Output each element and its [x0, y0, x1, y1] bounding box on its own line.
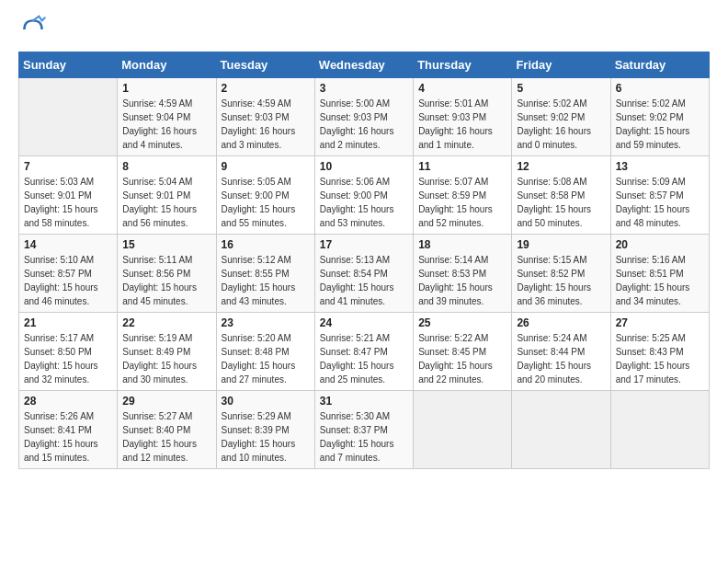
day-info: Sunrise: 5:12 AM Sunset: 8:55 PM Dayligh… — [222, 253, 310, 308]
calendar-table: SundayMondayTuesdayWednesdayThursdayFrid… — [18, 52, 710, 469]
day-info: Sunrise: 5:03 AM Sunset: 9:01 PM Dayligh… — [24, 175, 112, 230]
day-info: Sunrise: 5:16 AM Sunset: 8:51 PM Dayligh… — [616, 253, 704, 308]
calendar-week-3: 14Sunrise: 5:10 AM Sunset: 8:57 PM Dayli… — [19, 235, 710, 313]
calendar-cell: 14Sunrise: 5:10 AM Sunset: 8:57 PM Dayli… — [19, 235, 118, 313]
day-number: 3 — [320, 82, 408, 95]
header — [18, 15, 710, 44]
day-info: Sunrise: 5:25 AM Sunset: 8:43 PM Dayligh… — [616, 331, 704, 386]
calendar-week-2: 7Sunrise: 5:03 AM Sunset: 9:01 PM Daylig… — [19, 156, 710, 235]
day-info: Sunrise: 4:59 AM Sunset: 9:03 PM Dayligh… — [222, 97, 310, 152]
calendar-cell — [512, 391, 610, 469]
calendar-cell: 4Sunrise: 5:01 AM Sunset: 9:03 PM Daylig… — [414, 78, 512, 156]
calendar-cell: 18Sunrise: 5:14 AM Sunset: 8:53 PM Dayli… — [414, 235, 512, 313]
calendar-cell: 1Sunrise: 4:59 AM Sunset: 9:04 PM Daylig… — [118, 78, 216, 156]
day-number: 28 — [24, 395, 112, 408]
page-container: SundayMondayTuesdayWednesdayThursdayFrid… — [0, 0, 728, 484]
calendar-cell — [610, 391, 709, 469]
calendar-cell: 8Sunrise: 5:04 AM Sunset: 9:01 PM Daylig… — [118, 156, 216, 235]
day-number: 18 — [418, 238, 506, 251]
day-number: 30 — [222, 395, 310, 408]
day-info: Sunrise: 5:09 AM Sunset: 8:57 PM Dayligh… — [616, 175, 704, 230]
day-info: Sunrise: 5:26 AM Sunset: 8:41 PM Dayligh… — [24, 409, 112, 465]
day-info: Sunrise: 5:27 AM Sunset: 8:40 PM Dayligh… — [122, 409, 210, 465]
calendar-cell: 30Sunrise: 5:29 AM Sunset: 8:39 PM Dayli… — [216, 391, 314, 469]
day-number: 1 — [122, 82, 210, 95]
day-number: 10 — [320, 160, 408, 173]
day-number: 29 — [122, 395, 210, 408]
day-info: Sunrise: 5:07 AM Sunset: 8:59 PM Dayligh… — [418, 175, 506, 230]
calendar-cell: 11Sunrise: 5:07 AM Sunset: 8:59 PM Dayli… — [414, 156, 512, 235]
calendar-cell: 27Sunrise: 5:25 AM Sunset: 8:43 PM Dayli… — [610, 313, 709, 391]
calendar-cell: 7Sunrise: 5:03 AM Sunset: 9:01 PM Daylig… — [19, 156, 118, 235]
calendar-week-4: 21Sunrise: 5:17 AM Sunset: 8:50 PM Dayli… — [19, 313, 710, 391]
day-number: 7 — [24, 160, 112, 173]
weekday-header-row: SundayMondayTuesdayWednesdayThursdayFrid… — [19, 52, 710, 78]
day-info: Sunrise: 5:20 AM Sunset: 8:48 PM Dayligh… — [222, 331, 310, 386]
day-info: Sunrise: 5:24 AM Sunset: 8:44 PM Dayligh… — [517, 331, 605, 386]
day-info: Sunrise: 5:13 AM Sunset: 8:54 PM Dayligh… — [320, 253, 408, 308]
day-number: 17 — [320, 238, 408, 251]
day-number: 4 — [418, 82, 506, 95]
calendar-cell: 5Sunrise: 5:02 AM Sunset: 9:02 PM Daylig… — [512, 78, 610, 156]
logo — [18, 15, 53, 44]
day-info: Sunrise: 5:10 AM Sunset: 8:57 PM Dayligh… — [24, 253, 112, 308]
weekday-header-sunday: Sunday — [19, 52, 118, 78]
calendar-cell: 12Sunrise: 5:08 AM Sunset: 8:58 PM Dayli… — [512, 156, 610, 235]
day-info: Sunrise: 5:30 AM Sunset: 8:37 PM Dayligh… — [320, 409, 408, 465]
day-number: 5 — [517, 82, 605, 95]
calendar-cell: 31Sunrise: 5:30 AM Sunset: 8:37 PM Dayli… — [314, 391, 413, 469]
calendar-cell: 24Sunrise: 5:21 AM Sunset: 8:47 PM Dayli… — [314, 313, 413, 391]
day-info: Sunrise: 5:14 AM Sunset: 8:53 PM Dayligh… — [418, 253, 506, 308]
logo-icon — [18, 15, 48, 44]
day-info: Sunrise: 5:02 AM Sunset: 9:02 PM Dayligh… — [517, 97, 605, 152]
calendar-cell: 25Sunrise: 5:22 AM Sunset: 8:45 PM Dayli… — [414, 313, 512, 391]
calendar-week-1: 1Sunrise: 4:59 AM Sunset: 9:04 PM Daylig… — [19, 78, 710, 156]
calendar-cell: 17Sunrise: 5:13 AM Sunset: 8:54 PM Dayli… — [314, 235, 413, 313]
day-number: 13 — [616, 160, 704, 173]
calendar-week-5: 28Sunrise: 5:26 AM Sunset: 8:41 PM Dayli… — [19, 391, 710, 469]
day-number: 2 — [222, 82, 310, 95]
day-number: 9 — [222, 160, 310, 173]
weekday-header-thursday: Thursday — [414, 52, 512, 78]
calendar-cell: 15Sunrise: 5:11 AM Sunset: 8:56 PM Dayli… — [118, 235, 216, 313]
day-info: Sunrise: 5:02 AM Sunset: 9:02 PM Dayligh… — [616, 97, 704, 152]
weekday-header-friday: Friday — [512, 52, 610, 78]
calendar-cell: 3Sunrise: 5:00 AM Sunset: 9:03 PM Daylig… — [314, 78, 413, 156]
day-number: 27 — [616, 316, 704, 329]
day-info: Sunrise: 5:00 AM Sunset: 9:03 PM Dayligh… — [320, 97, 408, 152]
day-number: 6 — [616, 82, 704, 95]
day-number: 26 — [517, 316, 605, 329]
weekday-header-wednesday: Wednesday — [314, 52, 413, 78]
calendar-cell: 13Sunrise: 5:09 AM Sunset: 8:57 PM Dayli… — [610, 156, 709, 235]
day-number: 25 — [418, 316, 506, 329]
calendar-cell: 22Sunrise: 5:19 AM Sunset: 8:49 PM Dayli… — [118, 313, 216, 391]
day-number: 8 — [122, 160, 210, 173]
calendar-cell: 26Sunrise: 5:24 AM Sunset: 8:44 PM Dayli… — [512, 313, 610, 391]
calendar-cell: 2Sunrise: 4:59 AM Sunset: 9:03 PM Daylig… — [216, 78, 314, 156]
day-number: 12 — [517, 160, 605, 173]
day-number: 16 — [222, 238, 310, 251]
day-number: 31 — [320, 395, 408, 408]
calendar-cell — [414, 391, 512, 469]
day-number: 15 — [122, 238, 210, 251]
calendar-cell: 21Sunrise: 5:17 AM Sunset: 8:50 PM Dayli… — [19, 313, 118, 391]
day-info: Sunrise: 4:59 AM Sunset: 9:04 PM Dayligh… — [122, 97, 210, 152]
weekday-header-monday: Monday — [118, 52, 216, 78]
calendar-cell: 16Sunrise: 5:12 AM Sunset: 8:55 PM Dayli… — [216, 235, 314, 313]
calendar-cell: 29Sunrise: 5:27 AM Sunset: 8:40 PM Dayli… — [118, 391, 216, 469]
day-number: 14 — [24, 238, 112, 251]
day-info: Sunrise: 5:04 AM Sunset: 9:01 PM Dayligh… — [122, 175, 210, 230]
weekday-header-saturday: Saturday — [610, 52, 709, 78]
calendar-cell: 9Sunrise: 5:05 AM Sunset: 9:00 PM Daylig… — [216, 156, 314, 235]
day-info: Sunrise: 5:21 AM Sunset: 8:47 PM Dayligh… — [320, 331, 408, 386]
day-info: Sunrise: 5:11 AM Sunset: 8:56 PM Dayligh… — [122, 253, 210, 308]
day-number: 22 — [122, 316, 210, 329]
day-info: Sunrise: 5:01 AM Sunset: 9:03 PM Dayligh… — [418, 97, 506, 152]
day-info: Sunrise: 5:05 AM Sunset: 9:00 PM Dayligh… — [222, 175, 310, 230]
weekday-header-tuesday: Tuesday — [216, 52, 314, 78]
calendar-cell: 20Sunrise: 5:16 AM Sunset: 8:51 PM Dayli… — [610, 235, 709, 313]
day-number: 24 — [320, 316, 408, 329]
day-info: Sunrise: 5:22 AM Sunset: 8:45 PM Dayligh… — [418, 331, 506, 386]
calendar-cell: 6Sunrise: 5:02 AM Sunset: 9:02 PM Daylig… — [610, 78, 709, 156]
calendar-cell: 10Sunrise: 5:06 AM Sunset: 9:00 PM Dayli… — [314, 156, 413, 235]
